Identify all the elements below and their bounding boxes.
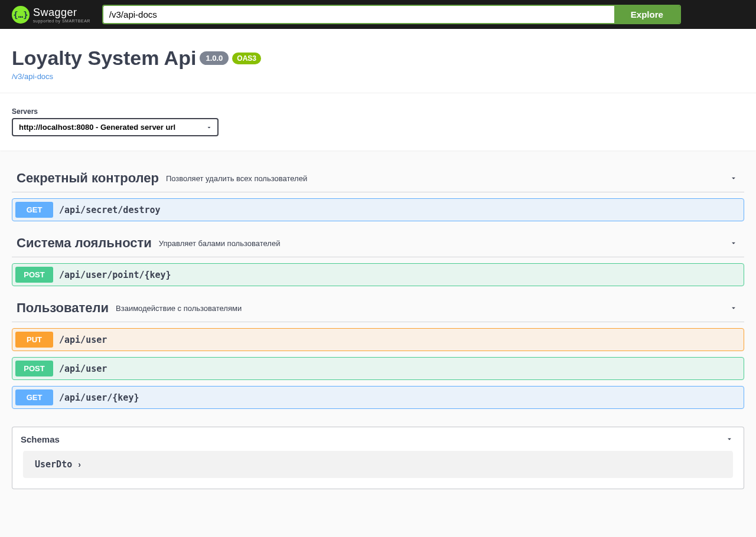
chevron-down-icon <box>728 237 739 249</box>
info-section: Loyalty System Api 1.0.0 OAS3 /v3/api-do… <box>0 29 756 93</box>
operation-row[interactable]: GET/api/secret/destroy <box>12 198 744 221</box>
tag-section[interactable]: Секретный контролерПозволяет удалить все… <box>12 165 744 192</box>
servers-section: Servers http://localhost:8080 - Generate… <box>0 93 756 150</box>
explore-button[interactable]: Explore <box>614 6 680 23</box>
api-docs-link[interactable]: /v3/api-docs <box>12 72 744 81</box>
swagger-logo[interactable]: {…} Swagger supported by SMARTBEAR <box>12 6 90 24</box>
servers-select[interactable]: http://localhost:8080 - Generated server… <box>12 118 219 136</box>
schemas-header[interactable]: Schemas <box>12 427 744 451</box>
chevron-down-icon <box>728 172 739 184</box>
http-method-badge: POST <box>15 361 53 376</box>
topbar: {…} Swagger supported by SMARTBEAR Explo… <box>0 0 756 29</box>
api-url-input[interactable] <box>103 6 614 23</box>
operation-path: /api/user/point/{key} <box>59 270 171 280</box>
api-title-row: Loyalty System Api 1.0.0 OAS3 <box>12 47 744 70</box>
swagger-logo-icon: {…} <box>12 6 30 24</box>
schemas-section: SchemasUserDto› <box>12 427 744 489</box>
version-badge: 1.0.0 <box>200 51 229 65</box>
operation-row[interactable]: POST/api/user <box>12 357 744 380</box>
operation-row[interactable]: PUT/api/user <box>12 328 744 351</box>
tag-description: Взаимодействие с пользователями <box>116 304 728 313</box>
tag-name: Секретный контролер <box>17 171 159 186</box>
logo-subtext: supported by SMARTBEAR <box>33 19 90 23</box>
servers-label: Servers <box>12 107 744 116</box>
operations-container: Секретный контролерПозволяет удалить все… <box>6 150 750 507</box>
http-method-badge: GET <box>15 389 53 405</box>
operation-path: /api/user <box>59 364 107 374</box>
operation-row[interactable]: GET/api/user/{key} <box>12 386 744 409</box>
oas-badge: OAS3 <box>232 53 261 64</box>
tag-section[interactable]: Система лояльностиУправляет балами польз… <box>12 230 744 257</box>
tag-description: Управляет балами пользователей <box>159 239 728 248</box>
schema-item[interactable]: UserDto› <box>23 451 733 478</box>
tag-description: Позволяет удалить всех пользователей <box>166 174 728 183</box>
logo-text: Swagger <box>33 6 90 19</box>
schemas-title: Schemas <box>21 434 724 444</box>
operation-path: /api/user <box>59 335 107 345</box>
http-method-badge: GET <box>15 202 53 218</box>
tag-name: Пользователи <box>17 300 109 316</box>
operation-row[interactable]: POST/api/user/point/{key} <box>12 263 744 286</box>
operation-path: /api/user/{key} <box>59 392 139 403</box>
operation-path: /api/secret/destroy <box>59 205 161 215</box>
tag-name: Система лояльности <box>17 235 152 251</box>
url-bar: Explore <box>102 5 681 24</box>
chevron-down-icon <box>724 433 735 445</box>
http-method-badge: POST <box>15 267 53 283</box>
schema-name: UserDto <box>35 459 72 470</box>
http-method-badge: PUT <box>15 332 53 348</box>
tag-section[interactable]: ПользователиВзаимодействие с пользовател… <box>12 294 744 322</box>
chevron-right-icon: › <box>78 460 81 469</box>
api-title: Loyalty System Api <box>12 47 196 70</box>
chevron-down-icon <box>728 302 739 314</box>
